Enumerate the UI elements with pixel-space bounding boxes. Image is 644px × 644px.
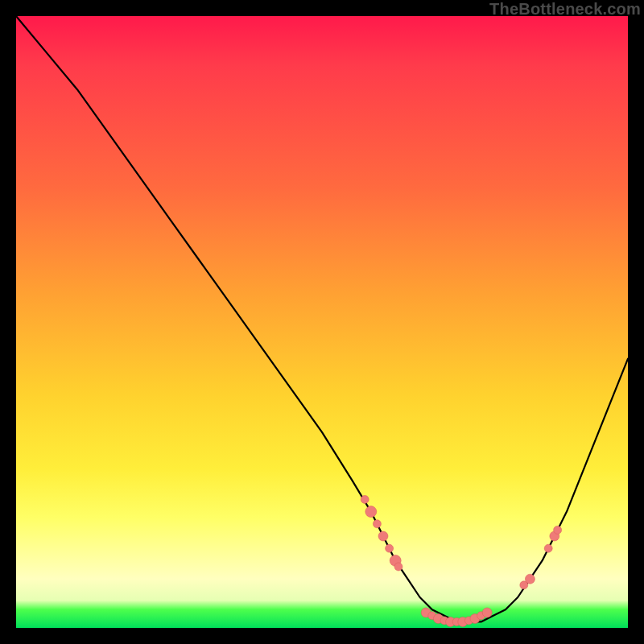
chart-point <box>386 544 394 552</box>
chart-points <box>361 495 561 626</box>
chart-point <box>394 563 402 571</box>
chart-point <box>482 608 492 617</box>
chart-point <box>525 574 535 584</box>
chart-frame <box>16 16 628 628</box>
chart-point <box>554 526 562 534</box>
chart-point <box>361 495 369 503</box>
chart-point <box>544 544 552 552</box>
chart-point <box>365 506 377 518</box>
chart-point <box>378 531 388 541</box>
bottleneck-curve <box>16 16 628 621</box>
chart-svg <box>16 16 628 628</box>
chart-point <box>373 520 381 528</box>
